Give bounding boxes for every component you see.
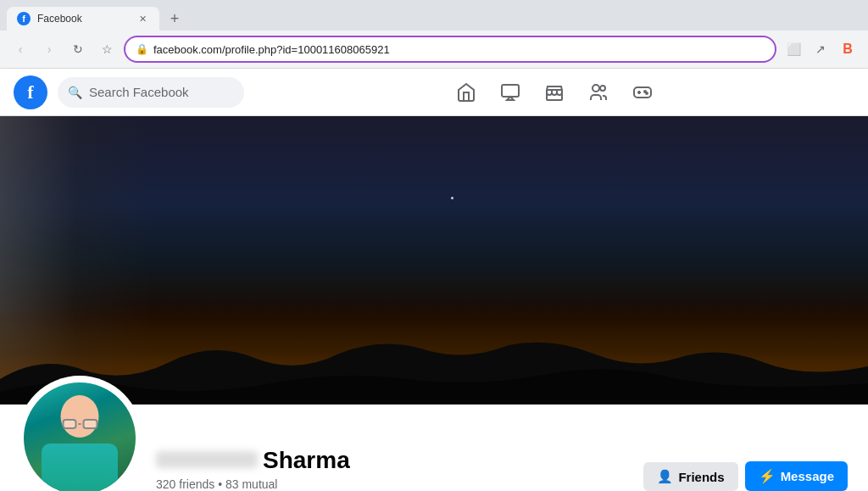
nav-icons bbox=[254, 74, 854, 111]
profile-last-name: Sharma bbox=[263, 447, 350, 474]
friends-button[interactable]: 👤 Friends bbox=[643, 462, 737, 491]
facebook-app: f 🔍 Search Facebook bbox=[0, 69, 868, 491]
profile-actions: 👤 Friends ⚡ Message bbox=[643, 461, 848, 491]
avatar-image bbox=[24, 382, 136, 491]
profile-page: Sharma 320 friends • 83 mutual 👤 Friends… bbox=[0, 116, 868, 491]
address-bar-row: ‹ › ↻ ☆ 🔒 facebook.com/profile.php?id=10… bbox=[0, 31, 868, 68]
search-placeholder-text: Search Facebook bbox=[89, 85, 189, 99]
message-button-label: Message bbox=[781, 469, 834, 483]
message-button[interactable]: ⚡ Message bbox=[745, 461, 848, 491]
forward-button[interactable]: › bbox=[37, 37, 61, 61]
avatar-person-head bbox=[61, 395, 99, 438]
address-text: facebook.com/profile.php?id=100011608065… bbox=[153, 43, 765, 56]
friends-count: 320 friends bbox=[156, 477, 214, 491]
active-tab[interactable]: f Facebook ✕ bbox=[7, 7, 159, 31]
facebook-logo[interactable]: f bbox=[14, 75, 47, 109]
profile-first-name-blurred bbox=[156, 451, 258, 468]
svg-rect-5 bbox=[634, 87, 651, 98]
cast-button[interactable]: ⬜ bbox=[782, 37, 805, 61]
message-button-icon: ⚡ bbox=[759, 468, 776, 484]
friends-button-icon: 👤 bbox=[657, 469, 673, 484]
friends-separator: • bbox=[214, 477, 225, 491]
svg-point-9 bbox=[646, 92, 648, 94]
star-decoration bbox=[451, 197, 453, 199]
reload-button[interactable]: ↻ bbox=[66, 37, 90, 61]
avatar-shirt bbox=[42, 444, 118, 491]
marketplace-nav-icon[interactable] bbox=[534, 74, 575, 111]
share-button[interactable]: ↗ bbox=[809, 37, 832, 61]
glasses-left bbox=[62, 419, 76, 429]
tab-title: Facebook bbox=[37, 13, 129, 25]
avatar-glasses bbox=[62, 419, 97, 429]
browser-actions: ⬜ ↗ B bbox=[782, 37, 860, 61]
favicon-letter: f bbox=[22, 14, 25, 24]
tab-close-button[interactable]: ✕ bbox=[136, 12, 149, 25]
watch-nav-icon[interactable] bbox=[490, 74, 531, 111]
glasses-right bbox=[83, 419, 97, 429]
lock-icon: 🔒 bbox=[136, 43, 148, 55]
back-button[interactable]: ‹ bbox=[8, 37, 32, 61]
gaming-nav-icon[interactable] bbox=[622, 74, 663, 111]
profile-details: Sharma 320 friends • 83 mutual bbox=[156, 447, 643, 491]
home-nav-icon[interactable] bbox=[446, 74, 487, 111]
browser-chrome: f Facebook ✕ + ‹ › ↻ ☆ 🔒 facebook.com/pr… bbox=[0, 0, 868, 69]
profile-avatar[interactable] bbox=[20, 379, 139, 491]
address-field[interactable]: 🔒 facebook.com/profile.php?id=1000116080… bbox=[124, 36, 776, 63]
search-bar[interactable]: 🔍 Search Facebook bbox=[58, 77, 244, 108]
svg-rect-0 bbox=[502, 85, 519, 97]
search-icon: 🔍 bbox=[68, 86, 82, 99]
glasses-bridge bbox=[78, 423, 81, 425]
cover-gradient-bg bbox=[0, 116, 868, 405]
facebook-navbar: f 🔍 Search Facebook bbox=[0, 69, 868, 116]
friends-button-label: Friends bbox=[678, 470, 724, 484]
new-tab-button[interactable]: + bbox=[163, 7, 186, 31]
svg-point-4 bbox=[600, 86, 605, 91]
tab-favicon: f bbox=[17, 12, 31, 25]
bookmark-button[interactable]: ☆ bbox=[95, 37, 119, 61]
profile-name-row: Sharma bbox=[156, 447, 643, 474]
profile-avatar-container bbox=[20, 379, 139, 491]
cover-photo bbox=[0, 116, 868, 405]
tab-bar: f Facebook ✕ + bbox=[0, 0, 868, 31]
groups-nav-icon[interactable] bbox=[578, 74, 619, 111]
facebook-logo-letter: f bbox=[27, 81, 33, 103]
svg-point-3 bbox=[593, 85, 599, 92]
brave-button[interactable]: B bbox=[836, 37, 860, 61]
profile-friends-info: 320 friends • 83 mutual bbox=[156, 477, 643, 491]
profile-info-bar: Sharma 320 friends • 83 mutual 👤 Friends… bbox=[0, 379, 868, 491]
mutual-count: 83 mutual bbox=[225, 477, 277, 491]
